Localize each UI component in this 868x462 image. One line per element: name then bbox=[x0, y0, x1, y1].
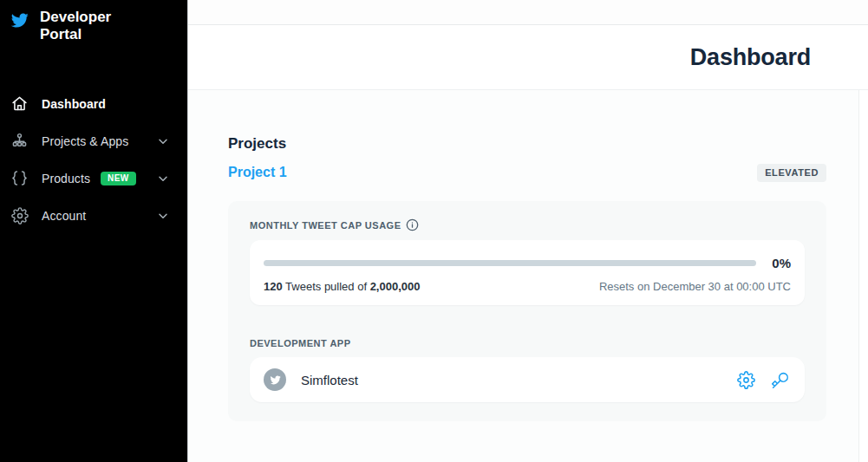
tier-badge: ELEVATED bbox=[757, 164, 826, 182]
dev-app-label: DEVELOPMENT APP bbox=[250, 338, 351, 348]
new-badge: NEW bbox=[101, 172, 136, 185]
usage-progress-row: 0% bbox=[264, 256, 791, 270]
chevron-down-icon bbox=[156, 209, 170, 223]
top-strip bbox=[188, 0, 868, 25]
sidebar: Developer Portal Dashboard Projects & Ap… bbox=[0, 0, 188, 462]
home-icon bbox=[10, 94, 29, 113]
content: Projects Project 1 ELEVATED MONTHLY TWEE… bbox=[188, 90, 868, 462]
tweet-cap-label: MONTHLY TWEET CAP USAGE bbox=[250, 220, 401, 231]
app-name: Simflotest bbox=[301, 373, 358, 387]
info-icon[interactable] bbox=[406, 218, 419, 231]
sidebar-item-projects-apps[interactable]: Projects & Apps bbox=[0, 122, 187, 159]
main-area: Dashboard Projects Project 1 ELEVATED MO… bbox=[188, 0, 868, 462]
sidebar-item-account[interactable]: Account bbox=[0, 197, 187, 234]
project-card: MONTHLY TWEET CAP USAGE 0% 120 Tweets pu… bbox=[228, 201, 826, 421]
sidebar-item-dashboard[interactable]: Dashboard bbox=[0, 85, 187, 122]
reset-date-text: Resets on December 30 at 00:00 UTC bbox=[599, 280, 791, 293]
sidebar-item-products[interactable]: Products NEW bbox=[0, 159, 187, 197]
key-icon bbox=[771, 371, 789, 389]
gear-icon bbox=[737, 371, 755, 389]
curly-braces-icon bbox=[10, 169, 29, 187]
tweets-pulled-text: 120 Tweets pulled of 2,000,000 bbox=[264, 280, 420, 293]
chevron-down-icon bbox=[156, 172, 170, 185]
dev-app-label-row: DEVELOPMENT APP bbox=[250, 338, 805, 348]
project-link[interactable]: Project 1 bbox=[228, 165, 287, 180]
app-keys-button[interactable] bbox=[771, 371, 789, 389]
tweet-cap-usage-card: 0% 120 Tweets pulled of 2,000,000 Resets… bbox=[250, 240, 805, 305]
sidebar-item-label: Products bbox=[42, 172, 90, 185]
app-card: Simflotest bbox=[250, 357, 805, 402]
project-row: Project 1 ELEVATED bbox=[228, 163, 826, 182]
tweets-pulled-count: 120 bbox=[264, 280, 283, 293]
gear-icon bbox=[10, 206, 29, 224]
scrollbar-track[interactable] bbox=[858, 90, 868, 462]
page-title: Dashboard bbox=[690, 44, 811, 71]
tweets-pulled-middle: Tweets pulled of bbox=[283, 280, 370, 293]
tweets-cap-value: 2,000,000 bbox=[370, 280, 421, 293]
app-actions bbox=[737, 371, 789, 389]
usage-meta-row: 120 Tweets pulled of 2,000,000 Resets on… bbox=[264, 280, 791, 293]
page-header: Dashboard bbox=[188, 25, 868, 90]
brand[interactable]: Developer Portal bbox=[0, 0, 187, 52]
brand-title: Developer Portal bbox=[40, 9, 135, 43]
usage-percent: 0% bbox=[768, 256, 791, 270]
page: Developer Portal Dashboard Projects & Ap… bbox=[0, 0, 868, 462]
sidebar-item-label: Dashboard bbox=[42, 97, 106, 111]
sidebar-item-label: Projects & Apps bbox=[42, 134, 128, 148]
projects-section-title: Projects bbox=[228, 135, 826, 153]
twitter-bird-icon bbox=[270, 374, 281, 386]
sidebar-item-label: Account bbox=[42, 209, 86, 223]
usage-progress-track bbox=[264, 260, 756, 266]
sidebar-nav: Dashboard Projects & Apps Products NEW bbox=[0, 85, 187, 234]
sitemap-icon bbox=[10, 132, 29, 150]
tweet-cap-label-row: MONTHLY TWEET CAP USAGE bbox=[250, 218, 805, 231]
app-settings-button[interactable] bbox=[737, 371, 755, 389]
twitter-logo-icon bbox=[10, 11, 29, 29]
app-avatar bbox=[264, 368, 286, 391]
chevron-down-icon bbox=[156, 134, 170, 148]
